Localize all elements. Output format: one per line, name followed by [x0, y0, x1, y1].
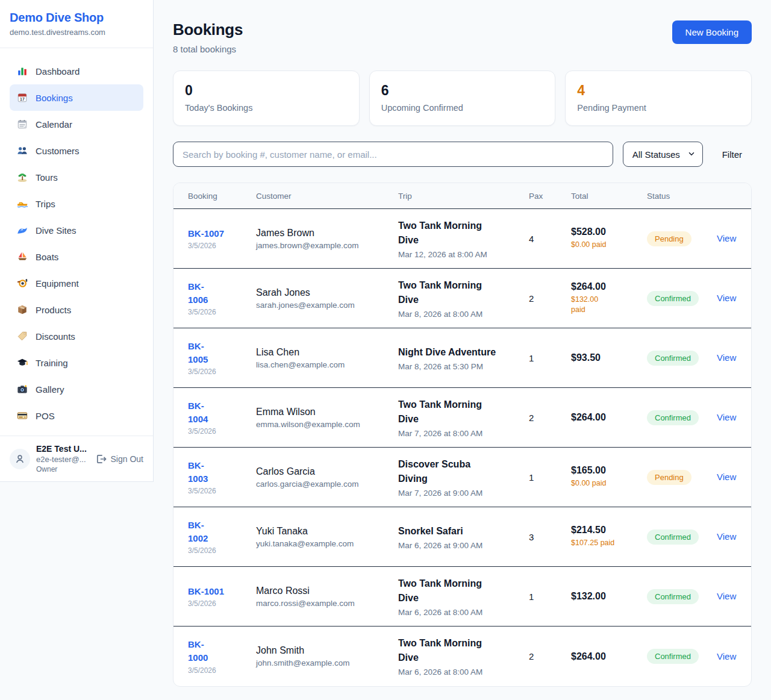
booking-id-link[interactable]: BK-1003 [188, 459, 256, 486]
trips-icon [17, 198, 28, 209]
sidebar-item-label: Equipment [36, 278, 79, 289]
sidebar-item-bookings[interactable]: 17Bookings [10, 84, 143, 111]
sidebar-item-label: POS [36, 411, 55, 421]
sidebar-item-boats[interactable]: Boats [10, 243, 143, 270]
col-header-booking: Booking [173, 192, 256, 201]
table-header-row: BookingCustomerTripPaxTotalStatus [173, 183, 751, 209]
sidebar-item-training[interactable]: Training [10, 349, 143, 376]
search-input[interactable] [173, 142, 613, 167]
status-badge: Confirmed [647, 649, 699, 664]
total-cell: $528.00$0.00 paid [571, 227, 647, 251]
filter-controls: All Statuses Filter [173, 142, 752, 167]
status-cell: Pending [647, 470, 710, 485]
trip-datetime: Mar 6, 2026 at 9:00 AM [398, 541, 519, 550]
booking-id-link[interactable]: BK-1002 [188, 519, 256, 545]
dive-sites-icon [17, 225, 28, 236]
sidebar-item-discounts[interactable]: Discounts [10, 323, 143, 349]
booking-id-link[interactable]: BK-1001 [188, 585, 256, 598]
booking-cell: BK-10053/5/2026 [173, 340, 256, 377]
user-footer: E2E Test U... e2e-tester@... Owner Sign … [0, 436, 153, 481]
booking-id-link[interactable]: BK-1006 [188, 280, 256, 307]
customer-name: John Smith [256, 645, 389, 656]
total-amount: $132.00 [571, 591, 640, 602]
status-filter-select[interactable]: All Statuses [623, 142, 703, 167]
total-amount: $214.50 [571, 525, 640, 536]
table-row: BK-10073/5/2026James Brownjames.brown@ex… [173, 209, 751, 269]
page-title: Bookings [173, 20, 243, 39]
paid-amount: $132.00paid [571, 295, 640, 316]
booking-date: 3/5/2026 [188, 242, 256, 250]
col-header-status: Status [647, 192, 710, 201]
booking-id-link[interactable]: BK-1004 [188, 399, 256, 426]
booking-cell: BK-10063/5/2026 [173, 280, 256, 317]
training-icon [17, 357, 28, 368]
booking-cell: BK-10073/5/2026 [173, 227, 256, 251]
total-cell: $165.00$0.00 paid [571, 465, 647, 489]
actions-cell: View [710, 651, 751, 662]
tours-icon [17, 172, 28, 183]
actions-cell: View [710, 472, 751, 483]
view-link[interactable]: View [717, 472, 736, 482]
trip-name: Discover ScubaDiving [398, 457, 519, 486]
view-link[interactable]: View [717, 233, 736, 243]
sign-out-label: Sign Out [111, 454, 143, 464]
view-link[interactable]: View [717, 293, 736, 303]
sidebar-item-equipment[interactable]: Equipment [10, 270, 143, 296]
sidebar-item-gallery[interactable]: Gallery [10, 376, 143, 402]
trip-datetime: Mar 8, 2026 at 8:00 AM [398, 310, 519, 319]
trip-cell: Two Tank MorningDiveMar 12, 2026 at 8:00… [398, 219, 529, 259]
sidebar-item-trips[interactable]: Trips [10, 190, 143, 217]
filter-button[interactable]: Filter [713, 149, 752, 160]
sidebar-item-label: Trips [36, 199, 55, 209]
view-link[interactable]: View [717, 531, 736, 542]
page-header: Bookings 8 total bookings New Booking [173, 20, 752, 54]
view-link[interactable]: View [717, 352, 736, 363]
stat-value: 4 [577, 83, 740, 99]
status-cell: Confirmed [647, 410, 710, 425]
sidebar-item-calendar[interactable]: Calendar [10, 111, 143, 137]
status-badge: Pending [647, 231, 691, 246]
trip-cell: Two Tank MorningDiveMar 8, 2026 at 8:00 … [398, 278, 529, 319]
sidebar-item-dive-sites[interactable]: Dive Sites [10, 217, 143, 243]
pax-cell: 4 [529, 234, 571, 244]
sidebar-nav: Dashboard17BookingsCalendarCustomersTour… [0, 48, 153, 436]
stat-label: Today's Bookings [185, 103, 348, 113]
brand-name: Demo Dive Shop [10, 11, 143, 25]
sidebar: Demo Dive Shop demo.test.divestreams.com… [0, 0, 154, 482]
sidebar-item-label: Dive Sites [36, 225, 76, 236]
customer-name: Marco Rossi [256, 586, 389, 596]
trip-name: Snorkel Safari [398, 524, 519, 539]
status-badge: Pending [647, 470, 691, 485]
sidebar-item-tours[interactable]: Tours [10, 164, 143, 190]
booking-id-link[interactable]: BK-1005 [188, 340, 256, 366]
actions-cell: View [710, 591, 751, 602]
table-row: BK-10033/5/2026Carlos Garciacarlos.garci… [173, 448, 751, 507]
col-header-trip: Trip [398, 192, 529, 201]
svg-text:17: 17 [20, 97, 25, 101]
view-link[interactable]: View [717, 412, 736, 422]
view-link[interactable]: View [717, 651, 736, 661]
view-link[interactable]: View [717, 591, 736, 601]
customer-email: john.smith@example.com [256, 658, 389, 667]
sign-out-button[interactable]: Sign Out [96, 454, 143, 464]
sidebar-item-label: Calendar [36, 119, 72, 130]
booking-id-link[interactable]: BK-1007 [188, 227, 256, 240]
new-booking-button[interactable]: New Booking [672, 20, 752, 44]
sidebar-item-customers[interactable]: Customers [10, 137, 143, 164]
sidebar-item-pos[interactable]: POS [10, 402, 143, 429]
customer-email: marco.rossi@example.com [256, 599, 389, 608]
trip-datetime: Mar 7, 2026 at 9:00 AM [398, 489, 519, 498]
booking-cell: BK-10033/5/2026 [173, 459, 256, 496]
booking-id-link[interactable]: BK-1000 [188, 638, 256, 664]
booking-date: 3/5/2026 [188, 666, 256, 675]
trip-cell: Two Tank MorningDiveMar 6, 2026 at 8:00 … [398, 636, 529, 677]
trip-datetime: Mar 6, 2026 at 8:00 AM [398, 667, 519, 677]
trip-name: Two Tank MorningDive [398, 577, 519, 605]
sidebar-item-label: Tours [36, 172, 58, 183]
person-icon [14, 454, 25, 464]
sidebar-item-products[interactable]: Products [10, 296, 143, 323]
sidebar-item-dashboard[interactable]: Dashboard [10, 58, 143, 84]
trip-name: Night Dive Adventure [398, 345, 519, 360]
status-cell: Confirmed [647, 649, 710, 664]
total-amount: $93.50 [571, 352, 640, 363]
